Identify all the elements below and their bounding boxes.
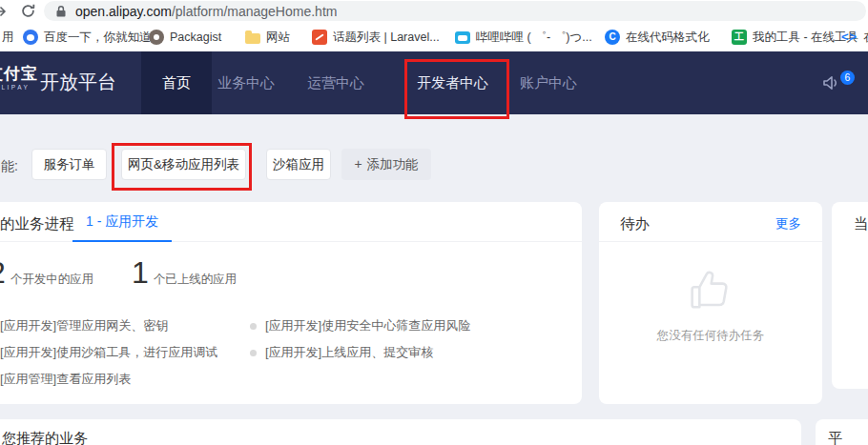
bottom-right-card-title: 平 <box>828 430 842 445</box>
task-item[interactable]: [应用开发]上线应用、提交审核 <box>250 344 433 361</box>
thumbs-up-icon <box>599 265 822 322</box>
bookmark-item-bilibili[interactable]: 哔哩哔哩 ( ゜- ゜)つ... <box>455 23 592 51</box>
logo-text-cn: 支付宝 <box>0 65 38 84</box>
platform-title[interactable]: 开放平台 <box>40 70 116 95</box>
task-item[interactable]: [应用开发]管理应用网关、密钥 <box>0 317 250 334</box>
todo-more-link[interactable]: 更多 <box>775 215 801 233</box>
add-function-button[interactable]: +添加功能 <box>341 149 431 180</box>
nav-item-operation-center[interactable]: 运营中心 <box>307 51 364 114</box>
stat-value: 1 <box>132 255 149 291</box>
sandbox-app-button[interactable]: 沙箱应用 <box>266 149 331 180</box>
bookmark-item[interactable]: 用 <box>2 23 14 51</box>
side-card-title: 当 <box>854 214 868 234</box>
nav-item-home[interactable]: 首页 <box>141 51 212 114</box>
todo-card: 待办 更多 您没有任何待办任务 <box>599 202 822 404</box>
bottom-right-card-partial: 平 <box>816 419 868 445</box>
process-card-title: 的业务进程 <box>0 214 74 234</box>
logo-text-en: ALIPAY <box>0 84 38 91</box>
functions-label: 能: <box>1 158 18 175</box>
bookmark-label: 用 <box>2 30 14 46</box>
lock-icon <box>55 5 67 18</box>
nav-item-developer-center[interactable]: 开发者中心 <box>417 51 488 114</box>
bookmark-item-packagist[interactable]: Packagist <box>149 23 221 51</box>
stat-developing-apps: 2 个开发中的应用 <box>0 255 93 291</box>
url-path: /platform/manageHome.htm <box>172 4 338 19</box>
task-label: [应用开发]上线应用、提交审核 <box>265 344 433 361</box>
code-format-icon: C <box>605 30 620 45</box>
stat-label: 个开发中的应用 <box>10 272 94 288</box>
reload-icon[interactable] <box>20 3 36 23</box>
forward-arrow-icon[interactable] <box>0 4 9 23</box>
tools-icon: 工 <box>732 30 747 45</box>
task-label: [应用开发]使用安全中心筛查应用风险 <box>265 317 470 334</box>
add-function-label: 添加功能 <box>367 157 419 172</box>
task-row: [应用开发]管理应用网关、密钥 [应用开发]使用安全中心筛查应用风险 <box>0 313 553 339</box>
task-list: [应用开发]管理应用网关、密钥 [应用开发]使用安全中心筛查应用风险 [应用开发… <box>0 313 553 393</box>
todo-card-header: 待办 更多 <box>599 202 822 242</box>
todo-empty-text: 您没有任何待办任务 <box>599 328 822 344</box>
url-domain: open.alipay.com <box>75 4 172 19</box>
bookmark-label: 网站 <box>266 30 290 46</box>
bookmark-folder-websites[interactable]: 网站 <box>245 23 290 51</box>
side-card-partial: 当 <box>832 202 868 389</box>
alipay-logo[interactable]: 支付宝 ALIPAY <box>0 65 38 91</box>
packagist-icon <box>149 30 164 45</box>
stat-value: 2 <box>0 255 6 291</box>
notification-badge[interactable]: 6 <box>840 71 855 85</box>
bilibili-icon <box>455 31 470 44</box>
todo-card-title: 待办 <box>620 214 650 234</box>
nav-item-account-center[interactable]: 账户中心 <box>520 51 577 114</box>
process-card-header: 的业务进程 1 - 应用开发 <box>0 202 582 242</box>
bookmark-label: 百度一下，你就知道 <box>44 30 152 46</box>
recommended-business-card: 您推荐的业务 <box>0 419 801 445</box>
service-orders-button[interactable]: 服务订单 <box>31 149 107 180</box>
bookmark-label: 哔哩哔哩 ( ゜- ゜)つ... <box>476 30 592 46</box>
screen: open.alipay.com/platform/manageHome.htm … <box>0 0 868 445</box>
baidu-icon <box>23 30 38 45</box>
bookmark-item-tools[interactable]: 工 我的工具 - 在线工具 <box>732 23 858 51</box>
todo-empty-state: 您没有任何待办任务 <box>599 242 822 344</box>
page-body: 能: 服务订单 网页&移动应用列表 沙箱应用 +添加功能 的业务进程 1 - 应… <box>0 114 868 445</box>
bookmarks-bar: 用 百度一下，你就知道 Packagist 网站 话题列表 | Laravel.… <box>0 23 868 51</box>
recommended-business-title: 您推荐的业务 <box>2 430 88 445</box>
nav-item-business-center[interactable]: 业务中心 <box>217 51 275 114</box>
bookmark-item-baidu[interactable]: 百度一下，你就知道 <box>23 23 152 51</box>
announcement-speaker-icon[interactable] <box>822 74 841 95</box>
folder-icon <box>245 33 260 44</box>
task-row: [应用管理]查看应用列表 <box>0 366 553 393</box>
bookmark-item-partial[interactable]: <> 在 <box>841 23 868 51</box>
business-process-card: 的业务进程 1 - 应用开发 2 个开发中的应用 1 个已上线的应用 [应用开发… <box>0 202 582 404</box>
bullet-dot-icon <box>250 350 257 356</box>
stat-label: 个已上线的应用 <box>154 272 238 288</box>
main-navbar: 支付宝 ALIPAY 开放平台 首页 业务中心 运营中心 开发者中心 账户中心 … <box>0 51 868 114</box>
bookmark-label: 话题列表 | Laravel... <box>333 30 440 46</box>
bookmark-item-code-format[interactable]: C 在线代码格式化 <box>605 23 710 51</box>
task-row: [应用开发]使用沙箱工具，进行应用调试 [应用开发]上线应用、提交审核 <box>0 339 553 366</box>
bookmark-label: 在线代码格式化 <box>626 30 710 46</box>
bookmark-label: 在 <box>863 30 868 46</box>
task-item[interactable]: [应用开发]使用安全中心筛查应用风险 <box>250 317 470 334</box>
bookmark-item-laravel[interactable]: 话题列表 | Laravel... <box>312 23 440 51</box>
stat-online-apps: 1 个已上线的应用 <box>132 255 237 291</box>
task-item[interactable]: [应用管理]查看应用列表 <box>0 371 250 388</box>
plus-icon: + <box>354 156 362 172</box>
tab-app-development[interactable]: 1 - 应用开发 <box>72 202 172 242</box>
bookmark-label: Packagist <box>170 30 221 44</box>
task-item[interactable]: [应用开发]使用沙箱工具，进行应用调试 <box>0 344 250 361</box>
code-brackets-icon: <> <box>841 30 858 45</box>
browser-toolbar: open.alipay.com/platform/manageHome.htm <box>0 0 868 23</box>
bullet-dot-icon <box>250 323 257 330</box>
web-mobile-app-list-button[interactable]: 网页&移动应用列表 <box>121 149 246 180</box>
laravel-forum-icon <box>312 30 327 45</box>
address-bar[interactable]: open.alipay.com/platform/manageHome.htm <box>44 1 866 21</box>
